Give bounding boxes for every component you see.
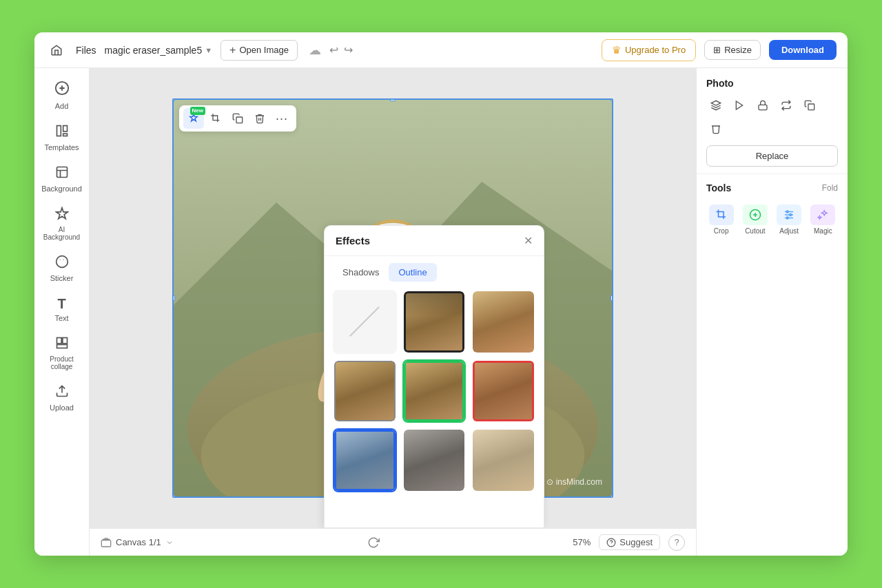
duplicate-tool-button[interactable] [227,108,248,129]
svg-marker-33 [711,101,720,105]
sidebar-item-templates-label: Templates [44,143,79,151]
effect-2[interactable] [471,290,535,354]
plus-icon: + [229,44,236,56]
effect-7[interactable] [402,428,466,492]
upgrade-button[interactable]: ♛ Upgrade to Pro [602,39,696,61]
ai-erase-button[interactable]: New [183,108,204,129]
download-button[interactable]: Download [769,40,837,60]
open-image-button[interactable]: + Open Image [220,40,298,61]
zoom-level: 57% [573,537,591,547]
refresh-icon[interactable] [367,536,380,549]
filename-selector[interactable]: magic eraser_sample5 ▼ [105,45,213,56]
layers-icon [101,537,112,548]
effect-3[interactable] [333,359,397,423]
sidebar-item-background[interactable]: Background [38,160,86,198]
sidebar-item-templates[interactable]: Templates [38,118,86,157]
svg-rect-36 [808,104,814,110]
tab-shadows[interactable]: Shadows [333,263,389,282]
undo-redo-group: ↩ ↪ [329,43,353,56]
filename-text: magic eraser_sample5 [105,45,203,56]
svg-rect-6 [57,167,67,178]
canvas-label: Canvas 1/1 [116,537,161,547]
replace-button[interactable]: Replace [706,145,838,167]
files-link[interactable]: Files [76,45,96,56]
effects-title: Effects [336,235,370,246]
effect-none[interactable] [333,290,397,354]
resize-button[interactable]: ⊞ Resize [704,40,761,60]
home-button[interactable] [45,39,68,61]
tools-header: Tools Fold [706,182,838,193]
sticker-icon [55,255,69,272]
text-icon: T [57,296,65,312]
tools-fold-button[interactable]: Fold [822,183,838,193]
resize-icon: ⊞ [713,45,721,55]
suggest-icon [606,538,616,547]
templates-icon [55,124,69,141]
layers-panel-button[interactable] [706,96,726,115]
svg-point-41 [790,214,792,216]
canvas-chevron-icon [165,538,174,547]
add-icon [54,81,70,100]
suggest-button[interactable]: Suggest [599,534,660,550]
effects-close-button[interactable]: ✕ [524,234,533,247]
crown-icon: ♛ [612,44,621,56]
sidebar-item-ai-background-label: AI Background [42,226,82,241]
sidebar-item-sticker[interactable]: Sticker [38,249,86,288]
tool-magic[interactable]: Magic [808,200,838,239]
magic-tool-label: Magic [814,227,832,235]
svg-marker-34 [736,101,742,109]
effect-1[interactable] [402,290,466,354]
background-icon [55,165,69,182]
help-button[interactable]: ? [668,534,685,551]
canvas-content[interactable]: ⊙ insMind.com [90,68,696,528]
effect-8[interactable] [471,428,535,492]
effects-grid [333,290,535,492]
effect-6[interactable] [333,428,397,492]
effects-body: Shadows Outline [325,256,544,527]
svg-point-42 [786,217,788,219]
ai-background-icon [55,207,69,224]
effect-4[interactable] [402,359,466,423]
svg-rect-5 [63,134,67,136]
undo-button[interactable]: ↩ [329,43,338,56]
header: Files magic eraser_sample5 ▼ + Open Imag… [34,32,848,68]
canvas-bottom-bar: Canvas 1/1 57% Suggest ? [90,528,696,556]
product-collage-icon [55,336,69,353]
svg-rect-10 [62,338,67,344]
redo-button[interactable]: ↪ [344,43,353,56]
tool-crop[interactable]: Crop [706,200,736,239]
sidebar-item-sticker-label: Sticker [50,274,74,282]
tools-section: Tools Fold Crop Cutout [697,174,848,244]
duplicate-panel-button[interactable] [800,96,819,115]
sidebar-item-upload[interactable]: Upload [38,379,86,417]
tools-title: Tools [706,182,731,193]
svg-rect-4 [63,126,67,132]
photo-panel-icons [706,96,838,138]
delete-panel-button[interactable] [706,119,726,138]
cutout-tool-icon [743,204,768,225]
delete-tool-button[interactable] [249,108,270,129]
animation-panel-button[interactable] [730,96,749,115]
tool-adjust[interactable]: Adjust [775,200,804,239]
sidebar-item-ai-background[interactable]: AI Background [38,201,86,246]
tools-grid: Crop Cutout Adjust [706,200,838,239]
magic-tool-icon [810,204,835,225]
effect-5[interactable] [471,359,535,423]
sidebar-item-text[interactable]: T Text [38,291,86,328]
tool-cutout[interactable]: Cutout [740,200,770,239]
tab-outline[interactable]: Outline [389,263,436,282]
lock-panel-button[interactable] [753,96,772,115]
cloud-icon: ☁ [309,43,321,58]
photo-panel-title: Photo [706,78,838,89]
crop-tool-button[interactable] [205,108,226,129]
resize-label: Resize [724,45,752,55]
flip-panel-button[interactable] [777,96,796,115]
effects-panel: Effects ✕ Shadows Outline [324,225,544,528]
sidebar-item-add[interactable]: Add [38,75,86,116]
svg-rect-30 [101,540,110,546]
watermark: ⊙ insMind.com [546,477,602,487]
sidebar-item-product-collage-label: Product collage [42,355,82,370]
crop-tool-label: Crop [714,227,729,235]
sidebar-item-product-collage[interactable]: Product collage [38,330,86,376]
more-options-button[interactable]: ··· [271,108,292,129]
